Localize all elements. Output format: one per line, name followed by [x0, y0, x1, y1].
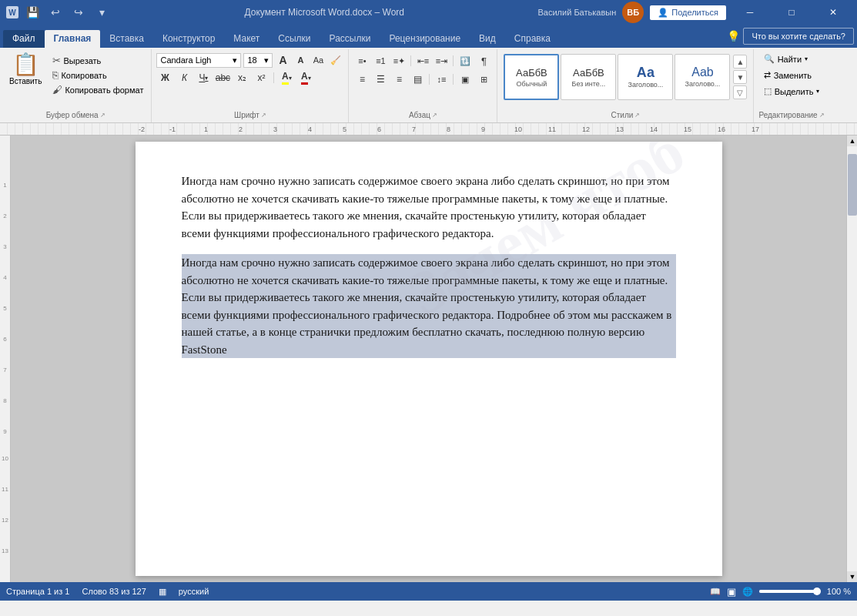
- scroll-thumb[interactable]: [848, 154, 857, 216]
- shading-button[interactable]: ▣: [457, 71, 474, 88]
- font-color-button[interactable]: А ▾: [297, 69, 314, 86]
- para-row1: ≡• ≡1 ≡✦ ⇤≡ ≡⇥ 🔃 ¶: [353, 52, 492, 69]
- select-button[interactable]: ⬚ Выделить ▾: [759, 85, 825, 98]
- style-heading1[interactable]: Аа Заголово...: [618, 54, 673, 100]
- print-layout-button[interactable]: ▣: [727, 586, 736, 598]
- read-mode-button[interactable]: 📖: [710, 587, 721, 597]
- clipboard-expand-icon[interactable]: ↗: [100, 112, 105, 119]
- styles-expand[interactable]: ▽: [733, 85, 747, 99]
- document-scroll-area[interactable]: Зачем чтоб Иногда нам срочно нужно запис…: [11, 136, 846, 582]
- style-no-spacing[interactable]: АаБбВ Без инте...: [561, 54, 616, 100]
- cut-button[interactable]: ✂ Вырезать: [49, 54, 146, 67]
- layout-icon[interactable]: ▦: [159, 587, 166, 597]
- numbered-list-button[interactable]: ≡1: [372, 52, 389, 69]
- styles-gallery: АаБбВ Обычный АаБбВ Без инте... Аа Загол…: [504, 54, 730, 100]
- share-button[interactable]: 👤 Поделиться: [650, 5, 726, 20]
- tab-refs[interactable]: Ссылки: [269, 30, 320, 48]
- paragraph-1[interactable]: Иногда нам срочно нужно записать содержи…: [182, 172, 676, 242]
- bold-button[interactable]: Ж: [156, 69, 173, 86]
- font-family-value: Candara Ligh: [160, 55, 211, 65]
- strikethrough-button[interactable]: аbc: [214, 69, 231, 86]
- tab-insert[interactable]: Вставка: [100, 30, 153, 48]
- user-name: Василий Батькавын: [538, 8, 617, 17]
- format-painter-button[interactable]: 🖌 Копировать формат: [49, 83, 146, 96]
- web-layout-button[interactable]: 🌐: [742, 587, 753, 597]
- style-normal[interactable]: АаБбВ Обычный: [504, 54, 559, 100]
- bullets-button[interactable]: ≡•: [353, 52, 370, 69]
- font-shrink-button[interactable]: A: [293, 52, 308, 68]
- tab-layout[interactable]: Макет: [224, 30, 269, 48]
- scroll-track[interactable]: [847, 146, 857, 571]
- styles-scroll-up[interactable]: ▲: [733, 55, 747, 69]
- font-case-button[interactable]: Аа: [310, 52, 326, 68]
- what-to-do-button[interactable]: Что вы хотите сделать?: [743, 28, 854, 45]
- copy-icon: ⎘: [52, 69, 59, 81]
- qs-dropdown-btn[interactable]: ▾: [92, 3, 111, 22]
- minimize-button[interactable]: ─: [732, 0, 768, 25]
- tab-mail[interactable]: Рассылки: [320, 30, 380, 48]
- tab-file[interactable]: Файл: [3, 30, 45, 48]
- font-grow-button[interactable]: A: [275, 52, 290, 68]
- styles-scroll-down[interactable]: ▼: [733, 70, 747, 84]
- user-avatar[interactable]: ВБ: [622, 2, 644, 23]
- redo-quick-btn[interactable]: ↪: [69, 3, 88, 22]
- tab-review[interactable]: Рецензирование: [380, 30, 470, 48]
- italic-button[interactable]: К: [176, 69, 192, 86]
- tab-home[interactable]: Главная: [45, 30, 101, 48]
- underline-button[interactable]: Ч ▾: [195, 69, 212, 86]
- font-size-select[interactable]: 18 ▾: [243, 53, 273, 68]
- line-spacing-button[interactable]: ↕≡: [433, 71, 450, 88]
- multilevel-list-button[interactable]: ≡✦: [390, 52, 407, 69]
- share-icon: 👤: [658, 8, 668, 18]
- scroll-up-button[interactable]: ▲: [847, 136, 857, 146]
- tab-help[interactable]: Справка: [505, 30, 560, 48]
- borders-button[interactable]: ⊞: [475, 71, 492, 88]
- sort-button[interactable]: 🔃: [457, 52, 474, 69]
- replace-button[interactable]: ⇄ Заменить: [759, 69, 825, 82]
- show-formatting-button[interactable]: ¶: [475, 52, 492, 69]
- find-arrow: ▾: [805, 55, 808, 62]
- clear-format-button[interactable]: 🧹: [328, 52, 343, 68]
- ribbon: 📋 Вставить ✂ Вырезать ⎘ Копировать 🖌 Коп…: [0, 48, 857, 123]
- zoom-slider[interactable]: [759, 590, 821, 593]
- tab-view[interactable]: Вид: [470, 30, 505, 48]
- save-quick-btn[interactable]: 💾: [23, 3, 42, 22]
- word-count: Слово 83 из 127: [82, 587, 146, 596]
- zoom-slider-thumb[interactable]: [813, 588, 821, 595]
- decrease-indent-button[interactable]: ⇤≡: [414, 52, 431, 69]
- paragraph-2-selected[interactable]: Иногда нам срочно нужно записать содержи…: [182, 254, 676, 358]
- font-family-select[interactable]: Candara Ligh ▾: [156, 53, 241, 68]
- close-button[interactable]: ✕: [815, 0, 851, 25]
- replace-label: Заменить: [774, 71, 812, 80]
- superscript-button[interactable]: х²: [253, 69, 269, 86]
- style-heading2[interactable]: Аab Заголово...: [675, 54, 730, 100]
- paste-button[interactable]: 📋 Вставить: [5, 51, 46, 89]
- app-icon: W: [6, 6, 18, 18]
- font-expand-icon[interactable]: ↗: [261, 112, 266, 119]
- undo-quick-btn[interactable]: ↩: [46, 3, 65, 22]
- align-right-button[interactable]: ≡: [390, 71, 407, 88]
- text-highlight-button[interactable]: А ▾: [278, 69, 295, 86]
- cut-label: Вырезать: [63, 56, 101, 65]
- paste-label: Вставить: [9, 77, 42, 85]
- window-title: Документ Microsoft Word.docx – Word: [111, 7, 538, 18]
- subscript-button[interactable]: х₂: [233, 69, 250, 86]
- align-center-button[interactable]: ☰: [372, 71, 389, 88]
- increase-indent-button[interactable]: ≡⇥: [433, 52, 450, 69]
- editing-expand-icon[interactable]: ↗: [819, 112, 825, 119]
- restore-button[interactable]: □: [774, 0, 809, 25]
- paragraph-content: ≡• ≡1 ≡✦ ⇤≡ ≡⇥ 🔃 ¶ ≡ ☰ ≡ ▤: [353, 51, 492, 109]
- scroll-down-button[interactable]: ▼: [847, 571, 857, 582]
- tab-design[interactable]: Конструктор: [153, 30, 224, 48]
- justify-button[interactable]: ▤: [409, 71, 426, 88]
- font-group: Candara Ligh ▾ 18 ▾ A A Аа 🧹 Ж К: [152, 49, 349, 122]
- copy-button[interactable]: ⎘ Копировать: [49, 69, 146, 82]
- language-info[interactable]: русский: [179, 587, 209, 596]
- paragraph-expand-icon[interactable]: ↗: [432, 112, 437, 119]
- vertical-scrollbar[interactable]: ▲ ▼: [846, 136, 857, 582]
- style-no-spacing-preview: АаБбВ: [573, 67, 604, 79]
- find-button[interactable]: 🔍 Найти ▾: [759, 52, 825, 65]
- styles-expand-icon[interactable]: ↗: [634, 112, 640, 119]
- align-left-button[interactable]: ≡: [353, 71, 370, 88]
- para-sep4: [453, 74, 454, 85]
